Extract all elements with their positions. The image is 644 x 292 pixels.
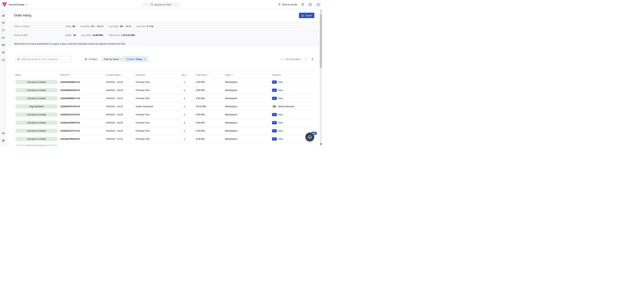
topbar-actions: Visite la tienda ? J	[278, 0, 321, 9]
sidebar-item-marketing[interactable]	[0, 34, 6, 41]
filter-by-status-dropdown[interactable]: Filter by Status	[102, 56, 125, 62]
external-link-icon	[278, 3, 280, 6]
visa-icon: VISA	[272, 138, 277, 141]
customer-cell: Postman Test	[136, 130, 182, 132]
creation-date-cell: 4/4/2022 - 18:16	[106, 81, 136, 83]
creation-date-cell: 4/4/2022 - 16:35	[106, 121, 136, 124]
status-badge: Listo para su manejo	[15, 145, 58, 146]
sidebar-item-apps[interactable]	[0, 130, 6, 137]
table-row[interactable]: Listo para su manejo 1222522115719-01 4/…	[15, 111, 314, 119]
sidebar	[0, 9, 6, 146]
status-badge: Listo para su manejo	[15, 96, 58, 100]
table-row[interactable]: Listo para su manejo	[15, 143, 314, 146]
column-header-qty[interactable]: Qty.	[182, 74, 196, 76]
sidebar-item-integrations[interactable]	[0, 57, 6, 63]
status-cell: Listo para su manejo	[15, 121, 60, 125]
table-row[interactable]: Listo para su manejo 1222522146076-01 4/…	[15, 119, 314, 127]
user-avatar[interactable]: J	[316, 2, 321, 7]
boleto-icon	[272, 105, 277, 108]
total-value-cell: 3,99 BRL	[196, 121, 225, 124]
help-icon: ?	[308, 3, 312, 6]
chart-line-icon	[301, 14, 304, 17]
status-badge: Listo para su manejo	[15, 88, 58, 92]
scroll-up-arrow[interactable]	[320, 11, 322, 12]
creation-date-cell: 4/4/2022 - 18:13	[106, 105, 136, 108]
chevron-down-icon	[144, 59, 146, 60]
qty-cell: 1	[182, 130, 196, 132]
order-id-cell: 1222530948013-01	[60, 81, 106, 83]
payment-label: Visa	[278, 113, 283, 116]
total-value-cell: 3,99 BRL	[196, 89, 225, 91]
payment-cell: VISA Visa	[272, 129, 314, 132]
metric-orders: Orders 85	[65, 34, 76, 36]
table-row[interactable]: Listo para su manejo 1222420795218-01 4/…	[15, 135, 314, 143]
next-page-button[interactable]	[312, 58, 313, 60]
stats-row-brl: Orders of BRL Orders 85 Avg. ticket 14,9…	[8, 31, 319, 39]
total-value-cell: 3,99 BRL	[196, 97, 225, 100]
pagination-label: 1 — 30 of 85 orders	[281, 58, 301, 60]
column-header-total-value[interactable]: Total Value	[196, 74, 225, 76]
column-header-creation-date[interactable]: Creation Date	[106, 74, 136, 76]
chevron-right-icon	[312, 58, 313, 60]
notifications-button[interactable]	[301, 3, 304, 6]
column-header-origin[interactable]: Origin	[225, 74, 272, 76]
chevron-down-icon	[120, 59, 122, 60]
sidebar-item-promotions[interactable]	[0, 27, 6, 33]
total-value-cell: 3,99 BRL	[196, 138, 225, 140]
help-button[interactable]: ?	[308, 3, 312, 6]
customer-cell: Postman Test	[136, 81, 182, 83]
qty-cell: 1	[182, 97, 196, 100]
topbar: recorrenciaqa Buscar en VTEX Visite la t…	[0, 0, 322, 9]
previous-page-button[interactable]	[306, 58, 307, 60]
visa-icon: VISA	[272, 81, 277, 84]
origin-cell: Marketplace	[225, 97, 272, 100]
scrollbar-thumb[interactable]	[320, 14, 322, 68]
export-button[interactable]: Export	[299, 13, 314, 18]
origin-cell: Marketplace	[225, 113, 272, 116]
tag-icon	[2, 29, 5, 32]
search-icon	[151, 3, 153, 6]
vtex-logo-icon[interactable]	[2, 2, 6, 6]
sidebar-item-catalog[interactable]	[0, 42, 6, 48]
sidebar-item-orders[interactable]	[0, 19, 6, 26]
sort-icon	[70, 74, 70, 76]
origin-cell: Marketplace	[225, 89, 272, 91]
payment-label: Visa	[278, 89, 283, 91]
creation-date-cell: 4/4/2022 - 16:36	[106, 113, 136, 116]
stats-row-orders: Total # of orders Today 85 Yesterday 13 …	[8, 22, 319, 31]
global-search[interactable]: Buscar en VTEX	[142, 2, 180, 7]
page-title: Order listing	[14, 13, 31, 17]
table-row[interactable]: Pago pendiente 1222530797476-01 4/4/2022…	[15, 102, 314, 111]
megaphone-icon	[2, 36, 5, 39]
account-switcher[interactable]: recorrenciaqa	[0, 2, 27, 6]
shopping-cart-icon	[2, 21, 5, 24]
sidebar-item-analytics[interactable]	[0, 12, 6, 19]
creation-date-cell: 4/4/2022 - 18:16	[106, 89, 136, 91]
status-cell: Listo para su manejo	[15, 88, 60, 92]
column-header-order-id[interactable]: Order ID	[60, 74, 106, 76]
status-badge: Listo para su manejo	[15, 80, 58, 84]
inbox-icon	[308, 135, 312, 139]
account-name: recorrenciaqa	[9, 3, 27, 6]
vtex-admin-screen: recorrenciaqa Buscar en VTEX Visite la t…	[0, 0, 322, 146]
origin-cell: Marketplace	[225, 121, 272, 124]
created-filter-dropdown[interactable]: Created: Today	[124, 56, 148, 62]
all-filters-button[interactable]: All filters	[84, 56, 98, 62]
table-row[interactable]: Listo para su manejo 1222530948013-01 4/…	[15, 78, 314, 86]
sort-icon	[208, 74, 208, 76]
qty-cell: 1	[182, 121, 196, 124]
sidebar-item-settings[interactable]	[0, 137, 6, 144]
banner-text: ¡Bienvenido a la nueva experiencia! La	[14, 42, 52, 45]
scroll-down-arrow[interactable]	[320, 144, 322, 145]
table-row[interactable]: Listo para su manejo 1222522137711-01 4/…	[15, 127, 314, 135]
delta-up: 29 %	[124, 25, 131, 28]
table-row[interactable]: Listo para su manejo 1222530908317-01 4/…	[15, 94, 314, 102]
order-search-input[interactable]	[21, 58, 70, 60]
visit-store-link[interactable]: Visite la tienda	[278, 3, 297, 6]
payment-cell: VISA Visa	[272, 81, 314, 84]
table-row[interactable]: Listo para su manejo 1222530932435-01 4/…	[15, 86, 314, 94]
search-icon	[17, 58, 20, 60]
sidebar-item-products[interactable]	[0, 49, 6, 56]
old-page-link[interactable]: página antigua	[52, 42, 67, 45]
customer-cell: Postman Test	[136, 97, 182, 100]
